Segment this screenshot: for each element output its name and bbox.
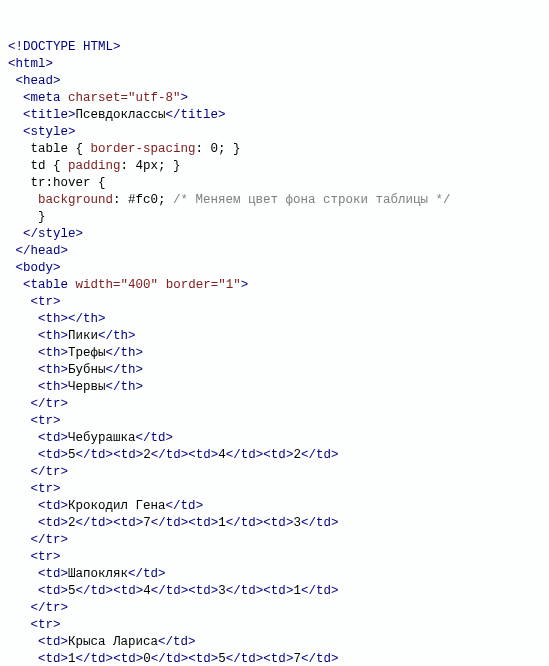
- tag-style-open: <style>: [23, 125, 76, 139]
- tag-tr-close: </tr>: [31, 533, 69, 547]
- tag-tr-open: <tr>: [31, 295, 61, 309]
- tag-html-open: <html>: [8, 57, 53, 71]
- td-val: 5: [218, 652, 226, 666]
- td-val: 7: [143, 516, 151, 530]
- tag-title-close: </title>: [166, 108, 226, 122]
- tag-tr-open: <tr>: [31, 550, 61, 564]
- tag-head-open: <head>: [16, 74, 61, 88]
- td-val: 4: [218, 448, 226, 462]
- code-block: <!DOCTYPE HTML> <html> <head> <meta char…: [8, 39, 541, 666]
- td-val: 2: [143, 448, 151, 462]
- td-name: Шапокляк: [68, 567, 128, 581]
- attr-border: border="1": [166, 278, 241, 292]
- tag-tr-open: <tr>: [31, 618, 61, 632]
- css-prop: border-spacing: [91, 142, 196, 156]
- css-trhover: tr:hover {: [8, 176, 106, 190]
- td-val: 1: [68, 652, 76, 666]
- td-val: 1: [218, 516, 226, 530]
- attr-width: width="400": [76, 278, 159, 292]
- css-prop: background: [38, 193, 113, 207]
- td-val: 3: [293, 516, 301, 530]
- td-val: 2: [293, 448, 301, 462]
- title-text: Псевдоклассы: [76, 108, 166, 122]
- td-val: 4: [143, 584, 151, 598]
- th-label: Червы: [68, 380, 106, 394]
- th-label: Трефы: [68, 346, 106, 360]
- tag-body-open: <body>: [16, 261, 61, 275]
- css-comment: /* Меняем цвет фона строки таблицы */: [173, 193, 451, 207]
- tag-tr-close: </tr>: [31, 465, 69, 479]
- td-name: Чебурашка: [68, 431, 136, 445]
- tag-tr-close: </tr>: [31, 397, 69, 411]
- tag-table-open: <table: [23, 278, 68, 292]
- css-prop: padding: [68, 159, 121, 173]
- td-val: 3: [218, 584, 226, 598]
- css-table: table {: [8, 142, 91, 156]
- td-val: 2: [68, 516, 76, 530]
- td-name: Крокодил Гена: [68, 499, 166, 513]
- attr-charset: charset="utf-8": [68, 91, 181, 105]
- css-close-brace: }: [8, 210, 46, 224]
- td-val: 7: [293, 652, 301, 666]
- doctype: <!DOCTYPE HTML>: [8, 40, 121, 54]
- th-label: Пики: [68, 329, 98, 343]
- tag-tr-open: <tr>: [31, 414, 61, 428]
- td-val: 0: [143, 652, 151, 666]
- td-val: 5: [68, 448, 76, 462]
- td-val: 5: [68, 584, 76, 598]
- th-label: Бубны: [68, 363, 106, 377]
- tag-title-open: <title>: [23, 108, 76, 122]
- td-val: 1: [293, 584, 301, 598]
- tag-style-close: </style>: [23, 227, 83, 241]
- tag-tr-close: </tr>: [31, 601, 69, 615]
- td-name: Крыса Лариса: [68, 635, 158, 649]
- tag-meta: <meta: [23, 91, 61, 105]
- tag-head-close: </head>: [16, 244, 69, 258]
- tag-tr-open: <tr>: [31, 482, 61, 496]
- css-td: td {: [8, 159, 68, 173]
